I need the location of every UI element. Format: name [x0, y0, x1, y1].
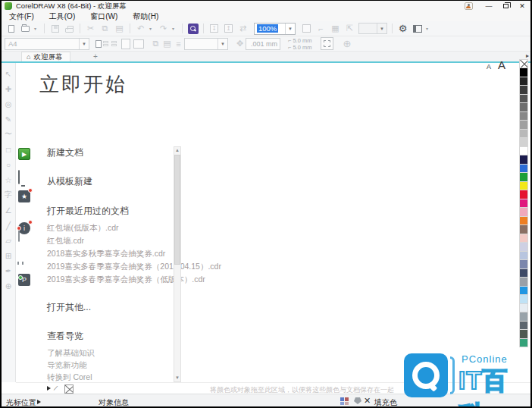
zoom-level-combo[interactable]: 100% ▼ — [254, 23, 296, 35]
shape-tool[interactable]: ✚ — [3, 81, 14, 96]
learn-basics-link[interactable]: 了解基础知识 — [47, 348, 95, 359]
get-started-icon[interactable]: ▶ — [18, 148, 30, 160]
duplicate-distance-control[interactable]: ⌐5.0 mm ⌐5.0 mm — [288, 37, 311, 51]
switch-to-corel-link[interactable]: 转换到 Corel — [47, 372, 92, 383]
color-swatch[interactable] — [519, 269, 528, 278]
export-button[interactable]: ↥ — [223, 23, 234, 34]
rectangle-tool[interactable]: □ — [3, 142, 14, 157]
gallery-icon[interactable] — [18, 228, 30, 240]
color-swatch[interactable] — [519, 147, 528, 156]
open-other-link[interactable]: 打开其他... — [47, 301, 91, 314]
minimize-button[interactable]: — — [480, 2, 497, 11]
redo-dropdown[interactable]: ▾ — [172, 26, 177, 31]
color-swatch[interactable] — [519, 330, 528, 339]
landscape-button[interactable] — [133, 39, 144, 49]
color-swatch[interactable] — [519, 295, 528, 304]
restore-button[interactable] — [497, 2, 514, 11]
no-color-swatch[interactable] — [519, 59, 528, 68]
doc-no-color-swatch[interactable] — [64, 384, 74, 394]
tab-welcome-screen[interactable]: ⌂ 欢迎屏幕 — [21, 52, 70, 61]
scroll-down-arrow[interactable]: ▼ — [174, 375, 180, 381]
recent-file-link[interactable]: 红包墙.cdr — [47, 236, 84, 246]
status-arrow-icon[interactable] — [37, 400, 41, 404]
palette-expand-arrow[interactable] — [47, 386, 51, 391]
color-swatch[interactable] — [519, 182, 528, 191]
paste-button[interactable]: ▤ — [114, 23, 125, 34]
increase-font-button[interactable]: A — [498, 58, 505, 71]
color-swatch[interactable] — [519, 95, 528, 104]
redo-button[interactable]: ↷ — [158, 23, 169, 34]
color-swatch[interactable] — [519, 217, 528, 226]
color-swatch[interactable] — [519, 68, 528, 77]
recent-file-link[interactable]: 红包墙(低版本）.cdr — [47, 223, 119, 234]
color-swatch[interactable] — [519, 155, 528, 165]
freehand-tool[interactable]: ✎ — [3, 111, 14, 127]
treat-as-filled-button[interactable] — [321, 37, 333, 50]
color-swatch[interactable] — [519, 312, 528, 322]
color-swatch[interactable] — [519, 252, 528, 261]
polygon-tool[interactable]: ☆ — [3, 172, 14, 187]
menu-help[interactable]: 帮助(H) — [125, 11, 166, 22]
import-button[interactable]: ↧ — [208, 23, 220, 34]
new-document-button[interactable] — [5, 23, 17, 34]
snap-to-combo[interactable]: ▼ — [358, 23, 387, 34]
color-swatch[interactable] — [519, 77, 528, 86]
color-swatch[interactable] — [519, 165, 528, 174]
ellipse-tool[interactable]: ○ — [3, 157, 14, 172]
view-tours-heading[interactable]: 查看导览 — [47, 330, 83, 343]
open-button[interactable] — [20, 23, 31, 34]
color-swatch[interactable] — [519, 121, 528, 130]
scrollbar-thumb[interactable] — [174, 155, 180, 265]
cut-button[interactable]: ✂ — [85, 23, 96, 34]
show-rulers-button[interactable]: ⌐ — [315, 23, 327, 34]
docker-collapse-arrow[interactable]: ▸ — [526, 52, 529, 59]
color-swatch[interactable] — [519, 103, 528, 112]
close-button[interactable]: ✕ — [514, 2, 530, 11]
menu-file[interactable]: 文件(F) — [2, 11, 42, 22]
new-document-link[interactable]: 新建文档 — [47, 146, 83, 159]
show-grid-button[interactable]: ▦ — [330, 23, 341, 34]
search-content-button[interactable] — [187, 23, 199, 34]
new-from-template-link[interactable]: 从模板新建 — [47, 175, 92, 188]
recent-file-link[interactable]: 2018嘉实多秋季嘉享会抽奖券.cdr — [47, 249, 165, 259]
color-swatch[interactable] — [519, 86, 528, 95]
menu-window[interactable]: 窗口(W) — [83, 11, 125, 22]
color-swatch[interactable] — [519, 234, 528, 243]
print-button[interactable] — [64, 23, 75, 34]
color-swatch[interactable] — [519, 190, 528, 199]
color-swatch[interactable] — [519, 112, 528, 121]
recent-file-link[interactable]: 2019嘉实多春季嘉享会抽奖券（2019.04.15）.cdr — [47, 262, 221, 272]
connect-icon[interactable] — [18, 265, 30, 277]
decrease-font-button[interactable]: A — [487, 63, 491, 71]
fullscreen-preview-button[interactable] — [301, 23, 312, 34]
workspace-icon[interactable] — [18, 171, 30, 183]
color-swatch[interactable] — [519, 199, 528, 209]
launcher-dropdown[interactable]: ▾ — [426, 26, 431, 31]
pick-tool[interactable]: ↖ — [3, 66, 14, 81]
portrait-button[interactable] — [121, 39, 130, 49]
pen-tool[interactable]: ✒ — [3, 263, 14, 278]
current-page-button[interactable]: ▤ — [161, 38, 173, 49]
color-swatch[interactable] — [519, 208, 528, 217]
color-swatch[interactable] — [519, 173, 528, 182]
all-pages-button[interactable]: ⧉ — [150, 38, 161, 49]
color-swatch[interactable] — [519, 322, 528, 331]
copy-button[interactable]: ⧉ — [99, 23, 111, 34]
interactive-fill-tool[interactable]: ⊕ — [3, 278, 14, 293]
application-launcher-button[interactable] — [412, 23, 423, 34]
color-swatch[interactable] — [519, 287, 528, 296]
color-swatch[interactable] — [519, 278, 528, 287]
nudge-field[interactable]: .001 mm — [246, 38, 280, 50]
color-swatch[interactable] — [519, 260, 528, 269]
units-combo[interactable]: ▼ — [184, 38, 228, 50]
connector-tool[interactable]: ╱ — [3, 218, 14, 233]
page-dimensions-control[interactable] — [95, 39, 118, 49]
perspective-tool[interactable]: ▱ — [3, 233, 14, 248]
dimension-tool[interactable]: ∠ — [3, 202, 14, 218]
color-swatch[interactable] — [519, 304, 528, 313]
artistic-media-tool[interactable]: 〜 — [3, 127, 14, 142]
recent-documents-heading[interactable]: 打开最近用过的文档 — [47, 205, 129, 218]
page-size-combo[interactable]: A4 ▼ — [5, 38, 89, 50]
zoom-tool[interactable]: ◎ — [3, 96, 14, 111]
options-button[interactable]: ⚙ — [397, 23, 408, 34]
